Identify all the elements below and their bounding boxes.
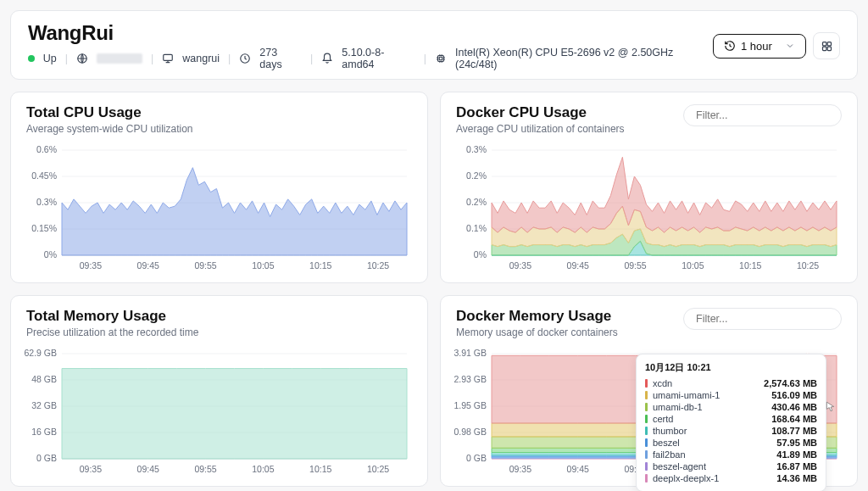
- svg-text:09:45: 09:45: [567, 260, 589, 271]
- header-right: 1 hour: [713, 32, 840, 59]
- svg-text:10:15: 10:15: [309, 260, 331, 271]
- ip-redacted: [97, 53, 142, 64]
- panel-title: Total CPU Usage: [26, 104, 193, 121]
- header-left: WangRui Up | | wangrui | 273 days | 5.10…: [28, 21, 713, 70]
- svg-text:0 GB: 0 GB: [466, 453, 487, 463]
- tooltip-row: umami-umami-1516.09 MB: [645, 389, 817, 401]
- svg-text:10:25: 10:25: [367, 464, 389, 474]
- tooltip-row: beszel57.95 MB: [645, 437, 817, 449]
- separator: |: [424, 53, 426, 64]
- status-row: Up | | wangrui | 273 days | 5.10.0-8-amd…: [28, 47, 713, 70]
- svg-text:09:45: 09:45: [137, 260, 159, 271]
- monitor-icon: [162, 53, 174, 64]
- status-text: Up: [43, 53, 57, 64]
- tooltip-row: thumbor108.77 MB: [645, 425, 817, 437]
- separator: |: [65, 53, 68, 64]
- panel-subtitle: Average CPU utilization of containers: [456, 123, 625, 135]
- bell-icon: [321, 53, 333, 64]
- header-card: WangRui Up | | wangrui | 273 days | 5.10…: [10, 10, 858, 80]
- server-name: WangRui: [28, 21, 713, 45]
- chart-total-memory[interactable]: 0 GB16 GB32 GB48 GB62.9 GB09:3509:4509:5…: [26, 349, 412, 476]
- svg-text:32 GB: 32 GB: [31, 400, 57, 410]
- tooltip-rows: xcdn2,574.63 MBumami-umami-1516.09 MBuma…: [645, 377, 817, 484]
- history-icon: [724, 40, 736, 52]
- cpu-icon: [435, 53, 447, 64]
- tooltip-title: 10月12日 10:21: [645, 361, 817, 374]
- panel-total-cpu: Total CPU Usage Average system-wide CPU …: [10, 92, 428, 283]
- svg-text:0%: 0%: [474, 249, 487, 259]
- svg-text:0.98 GB: 0.98 GB: [453, 427, 487, 437]
- svg-text:09:35: 09:35: [509, 464, 531, 474]
- panel-docker-cpu: Docker CPU Usage Average CPU utilization…: [440, 92, 858, 283]
- cpu-model: Intel(R) Xeon(R) CPU E5-2696 v2 @ 2.50GH…: [455, 47, 713, 70]
- panel-subtitle: Precise utilization at the recorded time: [26, 326, 198, 338]
- tooltip-row: beszel-agent16.87 MB: [645, 460, 817, 472]
- chart-total-cpu[interactable]: 0%0.15%0.3%0.45%0.6%09:3509:4509:5510:05…: [26, 145, 412, 272]
- svg-text:0.2%: 0.2%: [466, 170, 487, 181]
- separator: |: [151, 53, 153, 64]
- svg-text:10:25: 10:25: [367, 260, 389, 271]
- tooltip-row: xcdn2,574.63 MB: [645, 377, 817, 389]
- svg-text:09:55: 09:55: [194, 464, 216, 474]
- separator: |: [228, 53, 231, 64]
- uptime: 273 days: [259, 47, 302, 70]
- svg-rect-8: [827, 47, 831, 50]
- svg-text:0.2%: 0.2%: [466, 197, 487, 207]
- svg-rect-3: [438, 56, 444, 62]
- svg-text:0%: 0%: [44, 249, 57, 259]
- panel-total-memory: Total Memory Usage Precise utilization a…: [10, 295, 428, 487]
- panel-docker-memory: Docker Memory Usage Memory usage of dock…: [440, 295, 858, 487]
- tooltip-row: umami-db-1430.46 MB: [645, 401, 817, 413]
- svg-text:16 GB: 16 GB: [31, 427, 57, 437]
- svg-text:0.3%: 0.3%: [36, 197, 57, 207]
- time-range-select[interactable]: 1 hour: [713, 34, 806, 59]
- svg-text:10:05: 10:05: [252, 464, 274, 474]
- layout-grid-button[interactable]: [813, 32, 840, 59]
- time-range-label: 1 hour: [741, 40, 772, 53]
- svg-rect-4: [439, 57, 442, 60]
- svg-text:10:05: 10:05: [682, 260, 704, 271]
- grid-icon: [821, 40, 833, 53]
- status-dot-icon: [28, 55, 35, 62]
- panel-grid: Total CPU Usage Average system-wide CPU …: [10, 92, 858, 487]
- tooltip-row: deeplx-deeplx-114.36 MB: [645, 472, 817, 484]
- panel-subtitle: Memory usage of docker containers: [456, 326, 618, 338]
- kernel: 5.10.0-8-amd64: [342, 47, 415, 70]
- svg-text:0.6%: 0.6%: [36, 144, 57, 154]
- svg-text:10:15: 10:15: [739, 260, 761, 271]
- svg-text:09:35: 09:35: [509, 260, 531, 271]
- panel-title: Docker Memory Usage: [456, 308, 618, 325]
- svg-text:09:45: 09:45: [137, 464, 159, 474]
- chart-tooltip: 10月12日 10:21 xcdn2,574.63 MBumami-umami-…: [636, 354, 826, 491]
- svg-text:09:55: 09:55: [194, 260, 216, 271]
- tooltip-row: certd168.64 MB: [645, 413, 817, 425]
- svg-text:09:35: 09:35: [80, 260, 102, 271]
- separator: |: [310, 53, 313, 64]
- cursor-icon: [825, 401, 837, 413]
- svg-text:09:55: 09:55: [624, 260, 646, 271]
- svg-text:0 GB: 0 GB: [36, 453, 57, 463]
- panel-subtitle: Average system-wide CPU utilization: [26, 123, 193, 135]
- svg-text:0.1%: 0.1%: [466, 223, 487, 233]
- svg-text:2.93 GB: 2.93 GB: [453, 374, 487, 384]
- svg-rect-7: [822, 47, 826, 50]
- panel-title: Docker CPU Usage: [456, 104, 625, 121]
- globe-icon: [76, 53, 88, 64]
- filter-input[interactable]: [683, 308, 842, 330]
- svg-rect-1: [164, 54, 173, 60]
- svg-text:09:35: 09:35: [80, 464, 102, 474]
- svg-text:3.91 GB: 3.91 GB: [453, 348, 487, 358]
- svg-text:10:25: 10:25: [797, 260, 819, 271]
- tooltip-row: fail2ban41.89 MB: [645, 449, 817, 460]
- svg-text:48 GB: 48 GB: [31, 374, 57, 384]
- svg-rect-6: [827, 42, 831, 45]
- chart-docker-cpu[interactable]: 0%0.1%0.2%0.2%0.3%09:3509:4509:5510:0510…: [456, 145, 842, 272]
- svg-text:62.9 GB: 62.9 GB: [24, 348, 57, 358]
- svg-text:09:45: 09:45: [567, 464, 589, 474]
- svg-text:0.45%: 0.45%: [31, 170, 57, 181]
- filter-input[interactable]: [683, 104, 842, 126]
- svg-rect-5: [822, 42, 826, 45]
- clock-icon: [239, 53, 251, 64]
- svg-text:0.15%: 0.15%: [31, 223, 57, 233]
- chart-docker-memory[interactable]: 0 GB0.98 GB1.95 GB2.93 GB3.91 GB09:3509:…: [456, 349, 842, 476]
